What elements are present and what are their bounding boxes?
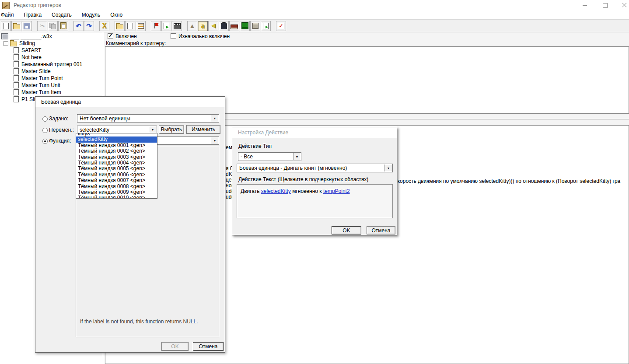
- minimize-button[interactable]: [577, 0, 592, 10]
- tree-item-label: ___ _______.w3x: [10, 33, 52, 39]
- unit-dialog-title: Боевая единица: [35, 97, 225, 107]
- import-manager-button[interactable]: [261, 21, 271, 31]
- menu-module[interactable]: Модуль: [80, 11, 106, 19]
- action-combo[interactable]: Боевая единица - Двигать юнит (мгновенно…: [237, 164, 393, 172]
- dropdown-option[interactable]: Тёмный ниндзя 0003 <gen>: [76, 154, 157, 160]
- dropdown-option[interactable]: Тёмный ниндзя 0007 <gen>: [76, 178, 157, 183]
- open-map-button[interactable]: [11, 21, 21, 31]
- function-radio[interactable]: [42, 139, 48, 144]
- tree-item-sliding[interactable]: -Sliding: [0, 40, 103, 47]
- tree-item--w3x[interactable]: ___ _______.w3x: [0, 33, 103, 40]
- page-icon: [3, 23, 9, 29]
- delete-button[interactable]: X: [99, 21, 109, 31]
- maximize-button[interactable]: [598, 0, 612, 10]
- test-map-button[interactable]: ✓: [276, 21, 286, 31]
- condition-icon: [164, 23, 169, 29]
- initially-on-checkbox[interactable]: [171, 33, 176, 39]
- undo-icon: ↶: [75, 22, 82, 30]
- folder-icon: [116, 24, 123, 29]
- unit-cancel-button[interactable]: Отмена: [193, 342, 224, 351]
- unit-ok-button[interactable]: OK: [161, 342, 189, 351]
- trigger-icon: [14, 82, 19, 88]
- comment-icon: [138, 23, 144, 29]
- function-radio-label: Функция:: [49, 138, 71, 144]
- dropdown-option[interactable]: Тёмный ниндзя 0008 <gen>: [76, 184, 157, 189]
- action-cancel-button[interactable]: Отмена: [367, 226, 395, 234]
- tree-item-безымянный-триггер-001[interactable]: Безымянный триггер 001: [0, 61, 103, 68]
- menu-edit[interactable]: Правка: [23, 11, 47, 19]
- terrain-icon: ▲: [189, 22, 196, 30]
- new-map-button[interactable]: [1, 21, 11, 31]
- title-bar: Редактор триггеров: [0, 0, 629, 10]
- dropdown-option[interactable]: Тёмный ниндзя 0010 <gen>: [76, 195, 157, 199]
- tree-item-label: Master Slide: [21, 68, 51, 74]
- tree-item-satart[interactable]: SATART: [0, 47, 103, 54]
- redo-icon: ↷: [85, 22, 93, 30]
- enabled-checkbox[interactable]: [108, 33, 113, 39]
- action-type-label: Действие Тип: [238, 143, 272, 149]
- ai-icon: [241, 22, 248, 29]
- dropdown-option[interactable]: selectedKitty: [76, 136, 157, 142]
- cut-button[interactable]: ✂: [37, 21, 47, 31]
- ai-editor-button[interactable]: [240, 21, 250, 31]
- new-action-button[interactable]: [172, 21, 182, 31]
- given-radio-label: Задано:: [49, 116, 68, 122]
- redo-button[interactable]: ↷: [84, 21, 94, 31]
- dropdown-option[interactable]: Тёмный ниндзя 0005 <gen>: [76, 166, 157, 172]
- dropdown-option[interactable]: Тёмный ниндзя 0004 <gen>: [76, 160, 157, 166]
- tree-item-label: Master Turn Unit: [21, 82, 60, 88]
- trigger-text-line: Скорость движения по умолчанию selectedK…: [394, 178, 620, 184]
- new-comment-button[interactable]: [136, 21, 146, 31]
- given-radio[interactable]: [42, 116, 48, 122]
- dropdown-option[interactable]: Тёмный ниндзя 0002 <gen>: [76, 148, 157, 154]
- new-event-button[interactable]: [151, 21, 161, 31]
- menu-file[interactable]: Файл: [0, 11, 19, 19]
- tree-item-master-slide[interactable]: Master Slide: [0, 68, 103, 75]
- dropdown-option[interactable]: Тёмный ниндзя 0009 <gen>: [76, 189, 157, 195]
- paste-button[interactable]: [58, 21, 68, 31]
- action-type-combo[interactable]: - Все: [238, 152, 301, 161]
- sound-editor-button[interactable]: [208, 21, 218, 31]
- object-editor-button[interactable]: [219, 21, 229, 31]
- trigger-editor-button[interactable]: a: [198, 21, 208, 31]
- terrain-editor-button[interactable]: ▲: [187, 21, 197, 31]
- trigger-icon: [14, 96, 19, 102]
- close-button[interactable]: [617, 0, 629, 10]
- action-dialog-title: Настройка Действие: [232, 127, 397, 138]
- scissors-icon: ✂: [38, 22, 46, 30]
- tree-item-label: Sliding: [19, 40, 35, 46]
- action-text: Двигать selectedKitty мгновенно к tempPo…: [241, 188, 350, 194]
- point-link[interactable]: tempPoint2: [323, 188, 350, 194]
- variable-radio[interactable]: [42, 128, 48, 133]
- menu-window[interactable]: Окно: [109, 11, 128, 19]
- folder-icon: [13, 24, 20, 29]
- new-trigger-button[interactable]: [125, 21, 135, 31]
- app-scroll-icon: [2, 2, 10, 9]
- tree-expander-icon[interactable]: -: [3, 41, 8, 46]
- tree-item-master-turn-unit[interactable]: Master Turn Unit: [0, 82, 103, 89]
- enabled-checkbox-label: Включен: [115, 33, 137, 39]
- undo-button[interactable]: ↶: [73, 21, 84, 31]
- campaign-editor-button[interactable]: [229, 21, 239, 31]
- copy-button[interactable]: [48, 21, 58, 31]
- unit-picker-dialog: Боевая единица Задано: Нет боевой единиц…: [35, 96, 225, 353]
- edit-variable-button[interactable]: Изменить: [186, 125, 220, 134]
- menu-create[interactable]: Создать: [50, 11, 77, 19]
- page-icon: [127, 23, 133, 29]
- dropdown-option[interactable]: Тёмный ниндзя 0006 <gen>: [76, 172, 157, 178]
- given-combo[interactable]: Нет боевой единицы: [77, 114, 219, 122]
- object-manager-button[interactable]: [250, 21, 260, 31]
- tree-item-not-here[interactable]: Not here: [0, 54, 103, 61]
- trigger-icon: [14, 54, 19, 60]
- tree-item-master-turn-point[interactable]: Master Turn Point: [0, 75, 103, 82]
- new-category-button[interactable]: [115, 21, 125, 31]
- new-condition-button[interactable]: [161, 21, 171, 31]
- select-variable-button[interactable]: Выбрать: [159, 125, 184, 134]
- save-map-button[interactable]: [22, 21, 32, 31]
- unit-link[interactable]: selectedKitty: [261, 188, 291, 194]
- action-ok-button[interactable]: OK: [332, 226, 361, 234]
- dropdown-option[interactable]: Тёмный ниндзя 0001 <gen>: [76, 143, 157, 148]
- dropdown-option[interactable]: kittys: [76, 133, 157, 136]
- tree-item-master-turn-item[interactable]: Master Turn Item: [0, 89, 103, 96]
- toolbar: ✂↶↷X▲a✓: [0, 20, 629, 32]
